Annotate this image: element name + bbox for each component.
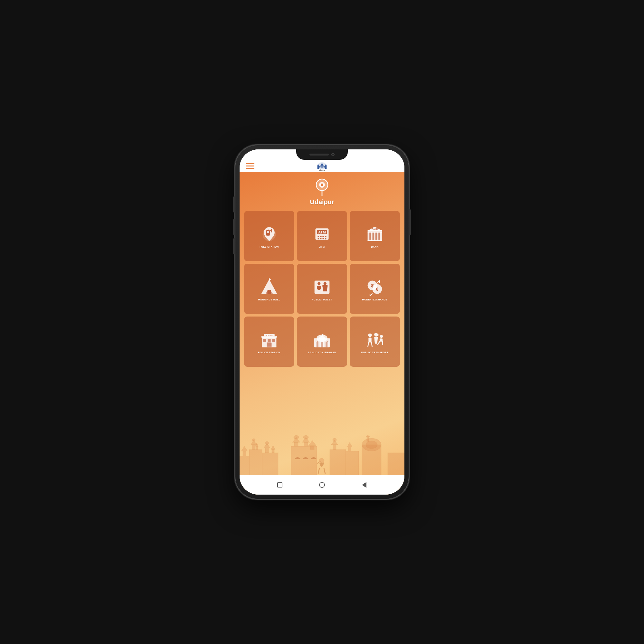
marriage-hall-label: MARRIAGE HALL (258, 298, 280, 301)
svg-text:ATM: ATM (318, 230, 326, 234)
svg-rect-46 (317, 286, 319, 289)
svg-rect-15 (267, 231, 269, 233)
svg-rect-1 (317, 166, 319, 169)
svg-marker-96 (271, 446, 275, 450)
svg-text:BANK: BANK (372, 228, 378, 230)
speaker (309, 154, 329, 156)
svg-rect-91 (262, 453, 278, 475)
recent-apps-button[interactable] (277, 482, 283, 488)
public-toilet-label: PUBLIC TOILET (312, 298, 332, 301)
police-station-label: POLICE STATION (258, 351, 280, 354)
svg-rect-85 (249, 450, 262, 475)
main-content: Udaipur FUEL STATION (240, 172, 404, 495)
location-section: Udaipur (240, 172, 404, 211)
atm-icon: ATM (313, 225, 331, 243)
square-icon (277, 482, 282, 488)
svg-point-72 (368, 333, 372, 337)
svg-point-23 (317, 238, 319, 239)
svg-rect-95 (272, 450, 274, 453)
svg-point-21 (322, 236, 324, 237)
public-transport-item[interactable]: PUBLIC TRANSPORT (350, 317, 400, 367)
svg-line-74 (368, 342, 369, 346)
svg-rect-62 (262, 346, 277, 347)
marriage-hall-item[interactable]: MARRIAGE HALL (244, 264, 294, 314)
svg-rect-98 (294, 442, 298, 446)
navigation-bar (240, 475, 404, 495)
menu-button[interactable] (246, 163, 254, 169)
svg-point-22 (325, 236, 327, 237)
svg-rect-86 (252, 445, 255, 450)
svg-point-118 (319, 458, 324, 463)
svg-rect-83 (243, 451, 246, 456)
svg-line-75 (372, 342, 372, 346)
fuel-station-icon (260, 225, 278, 243)
svg-rect-33 (375, 232, 377, 240)
svg-text:€: € (376, 286, 379, 292)
phone-screen: udaipur Udaipur (240, 149, 404, 495)
svg-rect-89 (256, 446, 258, 450)
svg-line-119 (318, 468, 319, 474)
circle-icon (319, 482, 325, 488)
svg-rect-35 (368, 240, 382, 241)
svg-point-44 (317, 282, 320, 285)
marriage-hall-icon (260, 278, 278, 296)
location-pin-icon (315, 178, 329, 197)
public-transport-label: PUBLIC TRANSPORT (361, 351, 389, 354)
phone-notch (296, 149, 348, 160)
bank-item[interactable]: BANK BANK (350, 211, 400, 261)
svg-point-88 (252, 439, 255, 441)
svg-point-26 (325, 238, 327, 239)
svg-rect-58 (263, 339, 266, 342)
phone-frame: udaipur Udaipur (235, 145, 409, 499)
svg-rect-13 (266, 230, 270, 235)
fuel-station-label: FUEL STATION (260, 245, 279, 248)
svg-marker-117 (366, 435, 370, 437)
svg-rect-32 (373, 232, 374, 240)
money-exchange-item[interactable]: $ € MONEY EXCHANGE (350, 264, 400, 314)
back-button[interactable] (361, 482, 367, 488)
svg-rect-101 (304, 442, 308, 446)
svg-rect-68 (315, 342, 317, 347)
atm-item[interactable]: ATM ATM (297, 211, 347, 261)
samudatik-bhawan-label: SAMUDATIK BHAWAN (308, 351, 336, 354)
svg-rect-78 (380, 338, 383, 341)
svg-point-19 (317, 236, 319, 237)
camera (331, 153, 335, 156)
atm-label: ATM (319, 245, 325, 248)
svg-point-7 (321, 164, 323, 165)
svg-rect-31 (369, 232, 371, 240)
location-name: Udaipur (310, 198, 334, 206)
svg-rect-60 (272, 339, 275, 342)
svg-marker-38 (269, 278, 271, 280)
svg-line-120 (324, 468, 325, 474)
svg-rect-70 (323, 342, 324, 347)
svg-rect-69 (320, 342, 321, 347)
triangle-icon (362, 482, 366, 488)
home-button[interactable] (319, 482, 325, 488)
svg-marker-112 (347, 442, 352, 447)
svg-point-25 (322, 238, 324, 239)
svg-rect-61 (267, 342, 272, 347)
svg-rect-97 (291, 446, 317, 475)
city-skyline (240, 433, 404, 475)
svg-rect-14 (268, 230, 269, 231)
svg-point-6 (325, 165, 327, 166)
svg-rect-110 (346, 451, 359, 475)
public-transport-icon (366, 331, 384, 349)
bank-label: BANK (371, 245, 379, 248)
svg-point-48 (324, 282, 327, 285)
svg-rect-116 (367, 437, 369, 441)
samudatik-bhawan-item[interactable]: SAMUDATIK BHAWAN (297, 317, 347, 367)
svg-rect-73 (368, 337, 371, 342)
svg-rect-2 (325, 166, 327, 169)
fuel-station-item[interactable]: FUEL STATION (244, 211, 294, 261)
police-station-item[interactable]: POLICE POLICE STATION (244, 317, 294, 367)
svg-rect-121 (388, 453, 404, 475)
svg-point-24 (320, 238, 322, 239)
bank-icon: BANK (366, 225, 384, 243)
svg-rect-34 (378, 232, 380, 240)
svg-point-11 (321, 184, 323, 186)
svg-marker-105 (308, 440, 316, 446)
police-station-icon: POLICE (260, 331, 278, 349)
public-toilet-item[interactable]: PUBLIC TOILET (297, 264, 347, 314)
